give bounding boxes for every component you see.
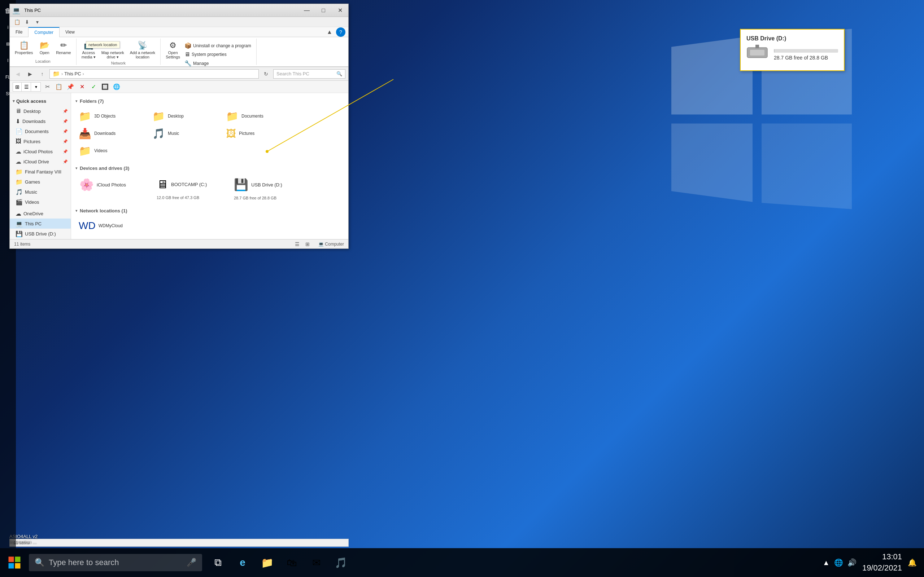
sidebar-item-onedrive[interactable]: ☁ OneDrive (10, 208, 71, 219)
file-explorer-taskbar-button[interactable]: 📁 (255, 551, 279, 574)
open-button[interactable]: 📂 Open (36, 40, 52, 56)
paste-button[interactable]: 📌 (65, 82, 76, 92)
search-box[interactable]: Search This PC 🔍 (273, 69, 346, 79)
quick-access-chevron: ▾ (13, 99, 15, 103)
taskbar-search[interactable]: 🔍 Type here to search 🎤 (29, 554, 202, 571)
folder-downloads[interactable]: 📥 Downloads (76, 126, 148, 141)
minimize-button[interactable]: — (299, 4, 315, 17)
sidebar-item-desktop[interactable]: 🖥 Desktop 📌 (10, 106, 71, 116)
close-button[interactable]: ✕ (332, 4, 348, 17)
tab-computer[interactable]: Computer (28, 27, 60, 37)
uninstall-program-button[interactable]: 📦 Uninstall or change a program (182, 42, 254, 50)
address-path[interactable]: 📁 › This PC › (50, 69, 259, 79)
network-wdmycloud[interactable]: WD WDMyCloud (76, 218, 148, 234)
cut-button[interactable]: ✂ (42, 82, 52, 92)
folder-pictures[interactable]: 🖼 Pictures (223, 126, 295, 141)
main-area: ▾ Quick access 🖥 Desktop 📌 ⬇ Downloads 📌… (10, 93, 348, 239)
sidebar-item-downloads[interactable]: ⬇ Downloads 📌 (10, 116, 71, 126)
view-details-btn[interactable]: ▾ (32, 82, 40, 91)
taskbar-time[interactable]: 13:01 19/02/2021 (862, 551, 902, 574)
task-view-icon: ⧉ (215, 557, 221, 569)
sidebar-item-this-pc[interactable]: 💻 This PC (10, 219, 71, 229)
icloud-photos-drive-icon: 🌸 (79, 178, 94, 192)
view-small-icons-btn[interactable]: ☰ (23, 82, 31, 91)
usb-drive-popup: USB Drive (D:) 28.7 GB free of 28.8 GB (740, 29, 845, 71)
tab-file[interactable]: File (10, 27, 28, 37)
mail-button[interactable]: ✉ (305, 551, 328, 574)
sidebar-item-documents[interactable]: 📄 Documents 📌 (10, 126, 71, 136)
sidebar-item-ff8[interactable]: 📁 Final Fantasy VIII (10, 167, 71, 177)
devices-section-header[interactable]: ▾ Devices and drives (3) (76, 163, 344, 173)
manage-button[interactable]: 🔧 Manage (182, 59, 254, 68)
device-icloud-photos[interactable]: 🌸 iCloud Photos (76, 175, 151, 201)
rename-button[interactable]: ✏ Rename (54, 40, 73, 56)
folder-desktop[interactable]: 📁 Desktop (149, 108, 221, 124)
add-network-location-button[interactable]: 📡 Add a networklocation (128, 40, 157, 61)
documents-icon: 📄 (16, 128, 23, 135)
volume-tray-icon[interactable]: 🔊 (848, 558, 856, 567)
sidebar-item-games[interactable]: 📁 Games (10, 177, 71, 187)
folders-section-header[interactable]: ▾ Folders (7) (76, 96, 344, 106)
folder-videos[interactable]: 📁 Videos (76, 143, 148, 159)
up-button[interactable]: ↑ (37, 69, 47, 79)
properties-tb-button[interactable]: 🔲 (100, 82, 110, 92)
folder-3d-objects[interactable]: 📁 3D Objects (76, 108, 148, 124)
qat-more-button[interactable]: ▾ (33, 18, 42, 26)
sidebar-item-usb-drive[interactable]: 💾 USB Drive (D:) (10, 229, 71, 239)
qat-properties-button[interactable]: 📋 (13, 18, 21, 26)
quick-access-header[interactable]: ▾ Quick access (10, 96, 71, 106)
system-tray: ▲ 🌐 🔊 (822, 558, 856, 567)
qat-down-button[interactable]: ⬇ (23, 18, 31, 26)
delete-button[interactable]: ✕ (77, 82, 87, 92)
view-large-icons-btn[interactable]: ⊞ (13, 82, 22, 91)
sidebar-item-pictures[interactable]: 🖼 Pictures 📌 (10, 136, 71, 147)
music-folder-icon: 🎵 (16, 189, 23, 195)
tab-view[interactable]: View (60, 27, 81, 37)
copy-button[interactable]: 📋 (54, 82, 64, 92)
folder-desktop-icon: 📁 (152, 110, 165, 122)
status-grid-view-btn[interactable]: ⊞ (304, 240, 311, 248)
downloads-icon: ⬇ (16, 118, 20, 125)
tray-arrow-icon[interactable]: ▲ (822, 559, 830, 567)
device-bootcamp[interactable]: 🖥 BOOTCAMP (C:) 12.0 GB free of 47.3 GB (153, 175, 228, 201)
music-button[interactable]: 🎵 (329, 551, 352, 574)
help-button[interactable]: ? (336, 27, 346, 37)
mic-icon: 🎤 (187, 558, 196, 567)
open-file-manager-button[interactable]: 🌐 (111, 82, 122, 92)
folder-music[interactable]: 🎵 Music (149, 126, 221, 141)
forward-button[interactable]: ▶ (25, 69, 35, 79)
notification-icon[interactable]: 🔔 (908, 558, 917, 567)
sidebar-item-icloud-drive[interactable]: ☁ iCloud Drive 📌 (10, 156, 71, 167)
pin-icon-icd: 📌 (63, 160, 68, 164)
content-area: ▾ Folders (7) 📁 3D Objects 📁 Desktop (71, 93, 348, 239)
task-view-button[interactable]: ⧉ (207, 551, 229, 574)
file-explorer-taskbar-icon: 📁 (261, 557, 274, 569)
maximize-button[interactable]: □ (315, 4, 332, 17)
edge-button[interactable]: e (231, 551, 254, 574)
start-button[interactable] (0, 548, 29, 577)
refresh-button[interactable]: ↻ (261, 69, 271, 79)
rename-tb-button[interactable]: ✓ (89, 82, 99, 92)
sidebar-item-videos[interactable]: 🎬 Videos (10, 197, 71, 207)
properties-button[interactable]: 📋 Properties (13, 40, 35, 56)
network-section-label: Network locations (1) (80, 208, 127, 213)
back-button[interactable]: ◀ (13, 69, 23, 79)
popup-progress-fill (774, 49, 775, 53)
music-app-icon: 🎵 (334, 557, 347, 569)
ribbon-collapse-button[interactable]: ▲ (325, 28, 334, 36)
window-title: This PC (23, 8, 299, 13)
status-list-view-btn[interactable]: ☰ (294, 240, 301, 248)
device-usb-drive[interactable]: 💾 USB Drive (D:) 28.7 GB free of 28.8 GB (230, 175, 306, 201)
system-properties-button[interactable]: 🖥 System properties (182, 50, 254, 58)
store-button[interactable]: 🛍 (280, 551, 303, 574)
sidebar-item-music[interactable]: 🎵 Music (10, 187, 71, 197)
icloud-drive-icon: ☁ (16, 158, 21, 165)
open-settings-button[interactable]: ⚙ OpenSettings (163, 40, 182, 61)
folder-videos-icon: 📁 (79, 145, 91, 157)
sidebar-item-icloud-photos[interactable]: ☁ iCloud Photos 📌 (10, 147, 71, 156)
edge-icon: e (240, 557, 246, 568)
folder-documents[interactable]: 📁 Documents (223, 108, 295, 124)
network-section-header[interactable]: ▾ Network locations (1) (76, 206, 344, 216)
window-controls: — □ ✕ (299, 4, 348, 17)
network-tray-icon[interactable]: 🌐 (834, 558, 843, 567)
